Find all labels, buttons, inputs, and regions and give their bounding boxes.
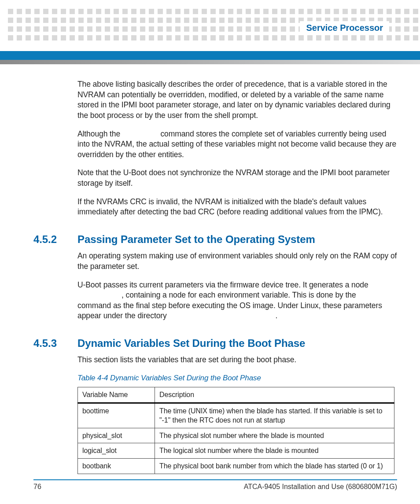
table-cell: The physical slot number where the blade… [155,428,394,443]
section-heading: 4.5.2 Passing Parameter Set to the Opera… [33,232,397,246]
body-paragraph: Although the saveenvxx command stores th… [77,129,397,160]
header-blue-rule [0,51,420,60]
dynamic-variables-table: Variable Name Description boottime The t… [77,387,394,474]
section-title: Passing Parameter Set to the Operating S… [77,232,315,246]
table-cell: The time (UNIX time) when the blade has … [155,403,394,428]
table-row: logical_slot The logical slot number whe… [78,443,394,459]
text-run: . [275,311,277,320]
table-cell: physical_slot [78,428,155,443]
table-row: boottime The time (UNIX time) when the b… [78,403,394,428]
page-number: 76 [33,483,41,491]
text-run: Although the [77,129,122,138]
section-title: Dynamic Variables Set During the Boot Ph… [77,336,305,350]
hidden-cmd-placeholder: bootmxx [358,291,387,299]
document-id: ATCA-9405 Installation and Use (6806800M… [244,483,397,491]
body-paragraph: U-Boot passes its current parameters via… [77,280,397,322]
section-heading: 4.5.3 Dynamic Variables Set During the B… [33,336,397,350]
section-number: 4.5.2 [33,232,77,246]
table-cell: bootbank [78,458,155,474]
page-footer: 76 ATCA-9405 Installation and Use (68068… [33,479,397,491]
text-run: , containing a node for each environment… [122,291,358,299]
table-row: bootbank The physical boot bank number f… [78,458,394,474]
text-run: U-Boot passes its current parameters via… [77,280,368,289]
page-content: The above listing basically describes th… [33,79,397,474]
page-header-label: Service Processor [300,21,389,35]
body-paragraph: This section lists the variables that ar… [77,355,397,365]
table-cell: The logical slot number where the blade … [155,443,394,459]
table-cell: boottime [78,403,155,428]
hidden-node-placeholder: u-boot-envxx [77,291,122,299]
table-caption: Table 4-4 Dynamic Variables Set During t… [77,373,397,383]
table-cell: logical_slot [78,443,155,459]
hidden-path-placeholder: /proc/device-tree/u-boot-envxxx [169,311,275,320]
table-row: physical_slot The physical slot number w… [78,428,394,443]
body-paragraph: If the NVRAMs CRC is invalid, the NVRAM … [77,197,397,217]
body-paragraph: An operating system making use of enviro… [77,251,397,272]
table-header-cell: Description [155,387,394,403]
table-cell: The physical boot bank number from which… [155,458,394,474]
section-number: 4.5.3 [33,336,77,350]
table-header-row: Variable Name Description [78,387,394,403]
header-gray-rule [0,60,420,64]
body-paragraph: Note that the U-Boot does not synchroniz… [77,168,397,188]
hidden-command-placeholder: saveenvxx [122,129,158,138]
table-header-cell: Variable Name [78,387,155,403]
body-paragraph: The above listing basically describes th… [77,79,397,121]
